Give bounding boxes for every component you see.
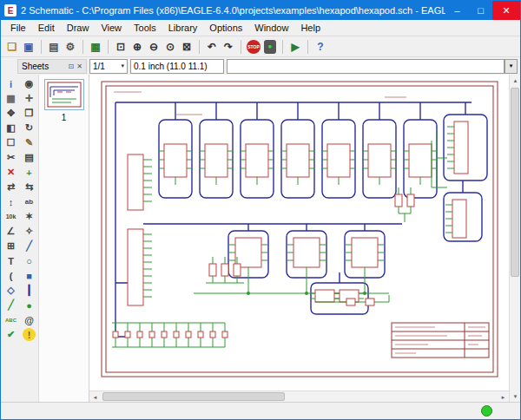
label-icon[interactable]: ABC xyxy=(3,312,19,327)
copy-icon[interactable]: ❐ xyxy=(21,106,37,121)
command-input[interactable] xyxy=(227,59,505,74)
stop-icon[interactable]: STOP xyxy=(247,40,260,54)
main-toolbar: ❏▣▤⚙▦⊡⊕⊖⊙⊠↶↷STOP●▶? xyxy=(1,36,520,57)
show-icon[interactable]: ◉ xyxy=(21,76,37,91)
float-panel-icon[interactable]: ⊡ xyxy=(69,62,75,70)
open-icon[interactable]: ❏ xyxy=(4,39,20,55)
sheet-thumbnail[interactable] xyxy=(44,79,84,110)
mirror-icon[interactable]: ◧ xyxy=(3,121,19,135)
redo-icon[interactable]: ↷ xyxy=(221,39,236,55)
command-history-dropdown[interactable]: ▾ xyxy=(505,59,518,74)
go-icon[interactable]: ● xyxy=(264,40,276,54)
wire-icon[interactable]: ╱ xyxy=(21,239,37,253)
command-row: Sheets ⊡ ✕ 1/1 ▾ 0.1 inch (11.0 11.1) ▾ xyxy=(1,57,520,75)
vertical-scrollbar[interactable]: ▲ ▼ xyxy=(509,75,520,402)
toolbar-separator xyxy=(307,40,308,54)
mark-icon[interactable]: ✛ xyxy=(21,91,37,106)
zoom-in-icon[interactable]: ⊕ xyxy=(129,39,145,55)
rect-icon[interactable]: ■ xyxy=(21,268,37,283)
text-icon[interactable]: T xyxy=(3,253,19,268)
vertical-scroll-thumb[interactable] xyxy=(511,88,519,277)
attribute-icon[interactable]: @ xyxy=(21,312,37,327)
menu-help[interactable]: Help xyxy=(294,21,326,35)
undo-icon[interactable]: ↶ xyxy=(204,39,220,55)
horizontal-scrollbar[interactable]: ◄ ► xyxy=(89,390,509,402)
scroll-down-button[interactable]: ▼ xyxy=(510,390,521,402)
value-icon[interactable]: 10k xyxy=(3,209,19,224)
name-icon[interactable]: ab xyxy=(21,194,37,209)
toolbar-separator xyxy=(41,40,42,54)
circle-icon[interactable]: ○ xyxy=(21,253,37,268)
close-button[interactable]: ✕ xyxy=(492,1,520,20)
horizontal-scroll-thumb[interactable] xyxy=(102,392,285,401)
window-title: 2 Schematic - C:\Program Files (x86)\EAG… xyxy=(21,5,445,16)
split-icon[interactable]: ✧ xyxy=(21,224,37,239)
vertical-scroll-track[interactable] xyxy=(510,86,520,390)
board-icon[interactable]: ▦ xyxy=(88,39,103,55)
junction-icon[interactable]: ● xyxy=(21,298,37,312)
rotate-icon[interactable]: ↻ xyxy=(21,121,37,135)
menu-tools[interactable]: Tools xyxy=(128,21,162,35)
sheet-thumbnail-label: 1 xyxy=(62,113,67,122)
move-icon[interactable]: ✥ xyxy=(3,106,19,121)
sheet-selector[interactable]: 1/1 ▾ xyxy=(89,59,128,74)
maximize-button[interactable]: □ xyxy=(469,1,492,20)
sheet-thumbnail-preview xyxy=(45,80,83,109)
status-indicator xyxy=(481,405,492,417)
erc-icon[interactable]: ✔ xyxy=(3,327,19,342)
cut-icon[interactable]: ✂ xyxy=(3,150,19,165)
menu-edit[interactable]: Edit xyxy=(32,21,61,35)
paste-icon[interactable]: ▤ xyxy=(21,150,37,165)
menu-draw[interactable]: Draw xyxy=(61,21,96,35)
miter-icon[interactable]: ∠ xyxy=(3,224,19,239)
group-icon[interactable]: ☐ xyxy=(3,135,19,150)
polygon-icon[interactable]: ◇ xyxy=(3,283,19,298)
info-icon[interactable]: i xyxy=(3,76,19,91)
invoke-icon[interactable]: ⊞ xyxy=(3,239,19,253)
replace-icon[interactable]: ⇆ xyxy=(21,180,37,194)
zoom-select-icon[interactable]: ⊠ xyxy=(179,39,195,55)
zoom-fit-icon[interactable]: ⊡ xyxy=(113,39,129,55)
schematic-canvas[interactable] xyxy=(89,75,509,390)
errors-icon[interactable]: ! xyxy=(23,328,36,341)
menu-file[interactable]: File xyxy=(4,21,32,35)
sheets-panel-title: Sheets xyxy=(22,62,66,71)
arc-icon[interactable]: ( xyxy=(3,268,19,283)
title-bar: E 2 Schematic - C:\Program Files (x86)\E… xyxy=(1,1,520,20)
help-icon[interactable]: ? xyxy=(313,39,328,55)
zoom-redraw-icon[interactable]: ⊙ xyxy=(162,39,178,55)
change-icon[interactable]: ✎ xyxy=(21,135,37,150)
minimize-button[interactable]: – xyxy=(445,1,469,20)
main-area: i◉▦✛✥❐◧↻☐✎✂▤✕+⇄⇆↕ab10k✶∠✧⊞╱T○(■◇┃╱●ABC@✔… xyxy=(1,75,520,402)
net-icon[interactable]: ╱ xyxy=(3,298,19,312)
pinswap-icon[interactable]: ⇄ xyxy=(3,180,19,194)
horizontal-scroll-track[interactable] xyxy=(101,391,498,402)
display-icon[interactable]: ▦ xyxy=(3,91,19,106)
status-bar xyxy=(1,402,520,419)
toolbar-separator xyxy=(282,40,283,54)
menu-view[interactable]: View xyxy=(95,21,128,35)
print-icon[interactable]: ▤ xyxy=(46,39,62,55)
run-script-icon[interactable]: ▶ xyxy=(287,39,303,55)
cam-icon[interactable]: ⚙ xyxy=(63,39,78,55)
menu-options[interactable]: Options xyxy=(203,21,248,35)
delete-icon[interactable]: ✕ xyxy=(3,165,19,180)
chevron-down-icon: ▾ xyxy=(121,62,124,69)
save-icon[interactable]: ▣ xyxy=(21,39,36,55)
menu-window[interactable]: Window xyxy=(248,21,294,35)
sheets-panel-header: Sheets ⊡ ✕ xyxy=(17,59,87,74)
toolbar-separator xyxy=(82,40,83,54)
smash-icon[interactable]: ✶ xyxy=(21,209,37,224)
schematic-drawing xyxy=(89,75,509,390)
close-panel-icon[interactable]: ✕ xyxy=(76,62,82,70)
add-icon[interactable]: + xyxy=(21,165,37,180)
canvas-column: ◄ ► xyxy=(89,75,509,402)
coordinate-display: 0.1 inch (11.0 11.1) xyxy=(130,59,224,74)
bus-icon[interactable]: ┃ xyxy=(21,283,37,298)
menu-library[interactable]: Library xyxy=(162,21,204,35)
gateswap-icon[interactable]: ↕ xyxy=(3,194,19,209)
zoom-out-icon[interactable]: ⊖ xyxy=(146,39,162,55)
scroll-up-button[interactable]: ▲ xyxy=(510,75,521,86)
toolbar-separator xyxy=(199,40,200,54)
app-window: E 2 Schematic - C:\Program Files (x86)\E… xyxy=(0,0,521,420)
